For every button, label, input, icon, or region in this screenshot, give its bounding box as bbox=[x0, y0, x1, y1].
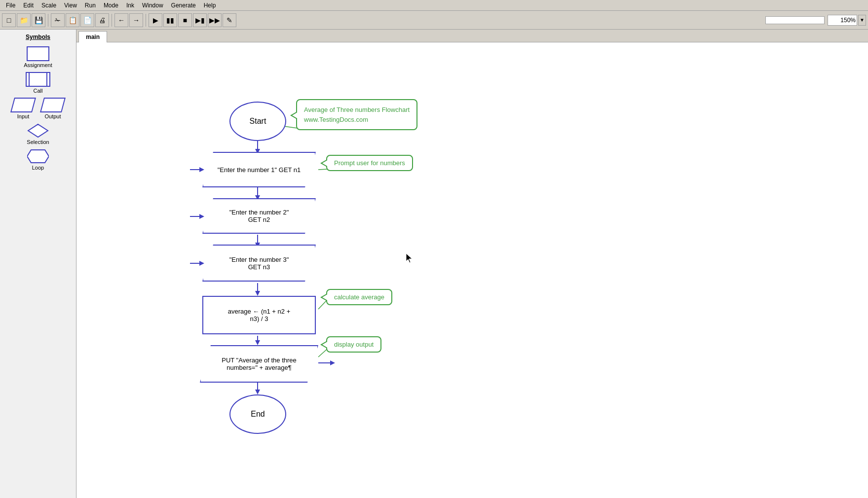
symbol-output[interactable]: Output bbox=[42, 98, 64, 119]
selection-shape bbox=[27, 123, 49, 138]
tab-main[interactable]: main bbox=[78, 31, 107, 42]
menu-view[interactable]: View bbox=[60, 1, 81, 10]
start-ellipse: Start bbox=[229, 102, 286, 141]
cursor bbox=[406, 253, 409, 256]
menu-file[interactable]: File bbox=[2, 1, 19, 10]
cut-button[interactable]: ✁ bbox=[51, 13, 65, 27]
svg-marker-26 bbox=[406, 253, 412, 263]
svg-marker-15 bbox=[255, 291, 260, 296]
symbol-selection[interactable]: Selection bbox=[27, 123, 49, 145]
title-comment: Average of Three numbers Flowchart www.T… bbox=[296, 99, 417, 130]
sidebar: Symbols Assignment Call Input Output bbox=[0, 30, 76, 498]
arrows-layer bbox=[76, 42, 856, 486]
svg-marker-17 bbox=[255, 340, 260, 345]
svg-marker-9 bbox=[199, 214, 204, 219]
step-button[interactable]: ▶▮ bbox=[193, 13, 207, 27]
pen-button[interactable]: ✎ bbox=[223, 13, 236, 27]
run-button[interactable]: ▶ bbox=[149, 13, 162, 27]
output-node: PUT "Average of the threenumbers=" + ave… bbox=[200, 345, 318, 383]
flowchart-container: Start Average of Three numbers Flowchart… bbox=[76, 42, 856, 486]
redo-button[interactable]: → bbox=[129, 13, 143, 27]
canvas-area: main bbox=[76, 30, 868, 498]
menu-window[interactable]: Window bbox=[138, 1, 167, 10]
new-button[interactable]: □ bbox=[2, 13, 16, 27]
zoom-control: ▼ bbox=[828, 15, 866, 26]
prompt-comment: Prompt user for numbers bbox=[326, 155, 413, 171]
svg-marker-11 bbox=[199, 261, 204, 266]
menu-run[interactable]: Run bbox=[81, 1, 100, 10]
output-comment: display output bbox=[326, 336, 381, 353]
calc-comment: calculate average bbox=[326, 289, 392, 305]
tab-bar: main bbox=[76, 30, 868, 42]
zoom-dropdown[interactable]: ▼ bbox=[858, 15, 866, 26]
sep1 bbox=[48, 14, 48, 27]
menubar: File Edit Scale View Run Mode Ink Window… bbox=[0, 0, 868, 11]
calc-node: average ← (n1 + n2 +n3) / 3 bbox=[202, 296, 316, 334]
symbol-assignment[interactable]: Assignment bbox=[24, 46, 52, 68]
main-area: Symbols Assignment Call Input Output bbox=[0, 30, 868, 498]
svg-marker-0 bbox=[28, 124, 48, 137]
symbol-loop[interactable]: Loop bbox=[27, 149, 49, 171]
sep2 bbox=[112, 14, 112, 27]
input3-node: "Enter the number 3"GET n3 bbox=[202, 245, 316, 282]
loop-label: Loop bbox=[32, 165, 44, 171]
svg-marker-21 bbox=[330, 360, 335, 365]
menu-edit[interactable]: Edit bbox=[19, 1, 38, 10]
svg-marker-7 bbox=[199, 167, 204, 172]
symbol-input[interactable]: Input bbox=[12, 98, 34, 119]
selection-label: Selection bbox=[27, 139, 49, 145]
assignment-label: Assignment bbox=[24, 62, 52, 68]
menu-mode[interactable]: Mode bbox=[100, 1, 122, 10]
svg-marker-19 bbox=[255, 390, 260, 394]
progress-bar bbox=[765, 16, 825, 24]
input-label: Input bbox=[17, 113, 29, 119]
copy-button[interactable]: 📋 bbox=[66, 13, 79, 27]
end-ellipse: End bbox=[229, 394, 286, 434]
paste-button[interactable]: 📄 bbox=[80, 13, 94, 27]
menu-ink[interactable]: Ink bbox=[122, 1, 138, 10]
sidebar-title: Symbols bbox=[26, 34, 50, 40]
call-label: Call bbox=[34, 88, 43, 94]
toolbar: □ 📁 💾 ✁ 📋 📄 🖨 ← → ▶ ▮▮ ■ ▶▮ ▶▶ ✎ ▼ bbox=[0, 11, 868, 30]
assignment-shape bbox=[27, 46, 49, 61]
canvas[interactable]: Start Average of Three numbers Flowchart… bbox=[76, 42, 868, 498]
svg-marker-1 bbox=[27, 150, 49, 163]
pause-button[interactable]: ▮▮ bbox=[163, 13, 177, 27]
symbol-call[interactable]: Call bbox=[26, 72, 50, 94]
output-label: Output bbox=[44, 113, 61, 119]
input1-node: "Enter the number 1" GET n1 bbox=[202, 152, 316, 187]
zoom-input[interactable] bbox=[828, 15, 857, 26]
print-button[interactable]: 🖨 bbox=[95, 13, 109, 27]
open-button[interactable]: 📁 bbox=[17, 13, 31, 27]
input-output-row: Input Output bbox=[12, 98, 64, 119]
stop-button[interactable]: ■ bbox=[178, 13, 192, 27]
undo-button[interactable]: ← bbox=[114, 13, 128, 27]
menu-scale[interactable]: Scale bbox=[38, 1, 60, 10]
input2-node: "Enter the number 2"GET n2 bbox=[202, 198, 316, 234]
menu-help[interactable]: Help bbox=[200, 1, 220, 10]
save-button[interactable]: 💾 bbox=[32, 13, 45, 27]
fast-button[interactable]: ▶▶ bbox=[208, 13, 222, 27]
loop-shape bbox=[27, 149, 49, 164]
sep3 bbox=[146, 14, 146, 27]
menu-generate[interactable]: Generate bbox=[167, 1, 200, 10]
